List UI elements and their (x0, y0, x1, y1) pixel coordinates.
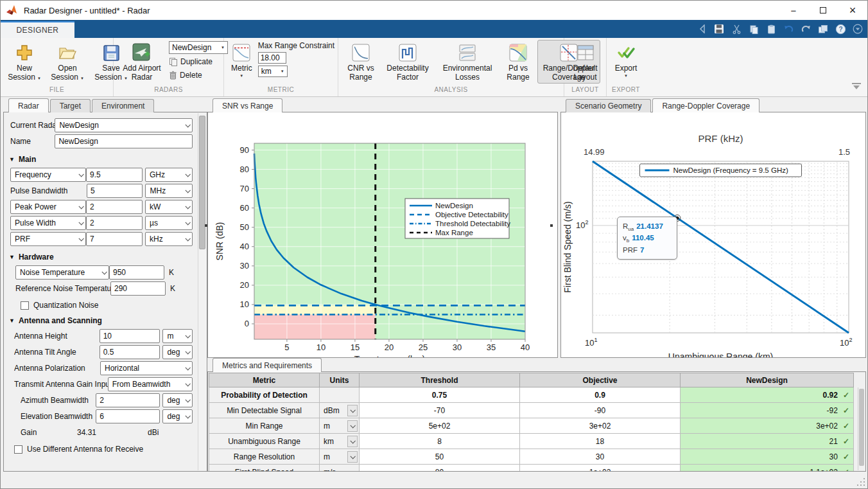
objective-cell[interactable]: 0.9 (520, 387, 681, 403)
field-frequency-input[interactable]: 9.5 (86, 168, 143, 182)
tab-radar[interactable]: Radar (8, 98, 49, 112)
objective-cell[interactable]: 3e+02 (520, 418, 681, 434)
field-prf-unit-combo[interactable]: kHz (145, 232, 193, 246)
left-panel-scrollbar[interactable] (198, 113, 206, 470)
field-noise-temperature-input[interactable]: 950 (109, 265, 164, 280)
collapse-ribbon-icon[interactable] (852, 83, 861, 91)
threshold-cell[interactable]: 50 (360, 449, 520, 465)
duplicate-button[interactable]: Duplicate (169, 56, 228, 67)
field-reference-noise-temperature-input[interactable]: 290 (110, 281, 166, 296)
splitter-handle[interactable] (550, 224, 553, 227)
tab-scenario-geometry[interactable]: Scenario Geometry (566, 99, 651, 112)
field-elevation-beamwidth-unit-combo[interactable]: deg (162, 409, 193, 423)
field-use-different-antenna-for-receive: Use Different Antenna for Receive (14, 445, 193, 454)
section-antenna-and-scanning[interactable]: ▼Antenna and Scanning (9, 316, 193, 325)
qat-dropdown-icon[interactable] (852, 23, 864, 35)
section-hardware[interactable]: ▼Hardware (9, 253, 193, 262)
environmental-losses-button[interactable]: Environmental Losses (436, 40, 499, 84)
detectability-factor-button[interactable]: Detectability Factor (381, 40, 435, 84)
threshold-cell[interactable]: 5e+02 (360, 418, 520, 434)
objective-cell[interactable]: 1e+02 (520, 465, 681, 472)
save-icon[interactable] (713, 23, 725, 35)
metric-button[interactable]: Metric ▼ (228, 40, 256, 79)
tab-environment[interactable]: Environment (92, 99, 154, 112)
open-session-button[interactable]: Open Session (47, 40, 88, 84)
field-antenna-polarization-combo[interactable]: Horizontal (100, 361, 193, 375)
use-different-antenna-for-receive-checkbox[interactable] (14, 445, 22, 454)
units-cell[interactable]: m (320, 418, 360, 434)
field-noise-temperature-selector[interactable]: Noise Temperature (15, 265, 109, 280)
minimize-button[interactable]: − (779, 1, 808, 20)
threshold-cell[interactable]: 80 (360, 465, 520, 472)
field-azimuth-beamwidth-unit-combo[interactable]: deg (162, 393, 193, 407)
windows-icon[interactable] (817, 23, 829, 35)
undo-icon[interactable] (783, 23, 794, 35)
field-antenna-height-input[interactable]: 10 (100, 329, 161, 343)
name-input[interactable]: NewDesign (55, 134, 193, 148)
tab-metrics-and-requirements[interactable]: Metrics and Requirements (213, 358, 322, 372)
tab-target[interactable]: Target (50, 99, 91, 112)
default-layout-icon (575, 42, 596, 63)
field-azimuth-beamwidth-input[interactable]: 2 (96, 393, 160, 407)
threshold-cell[interactable]: 0.75 (360, 387, 520, 403)
units-cell[interactable]: dBm (320, 403, 360, 418)
units-cell[interactable]: km (320, 434, 360, 449)
max-range-unit-combo[interactable]: km▼ (258, 66, 288, 77)
chevron-down-icon (185, 349, 190, 354)
unit-dropdown[interactable] (347, 451, 358, 463)
design-selector-combo[interactable]: NewDesign▼ (169, 41, 228, 54)
export-button[interactable]: Export ▼ (612, 40, 641, 79)
scrollbar-thumb[interactable] (199, 116, 205, 249)
default-layout-button[interactable]: Default Layout (567, 40, 604, 84)
tab-designer[interactable]: DESIGNER (1, 21, 74, 38)
resize-grip-icon[interactable] (857, 478, 865, 486)
field-antenna-height-unit-combo[interactable]: m (162, 329, 193, 343)
help-icon[interactable]: ? (835, 23, 846, 35)
current-radar-combo[interactable]: NewDesign (55, 118, 193, 132)
objective-cell[interactable]: -90 (520, 403, 681, 418)
unit-dropdown[interactable] (347, 420, 358, 432)
objective-cell[interactable]: 30 (520, 449, 681, 465)
unit-dropdown[interactable] (347, 436, 358, 447)
field-pulse-bandwidth-unit-combo[interactable]: MHz (145, 184, 193, 198)
add-airport-radar-button[interactable]: Add Airport Radar (117, 40, 166, 84)
field-antenna-tilt-angle-input[interactable]: 0.5 (100, 345, 161, 359)
objective-cell[interactable]: 18 (520, 434, 681, 449)
quantization-noise-checkbox[interactable] (21, 301, 29, 310)
maximize-button[interactable] (808, 1, 838, 20)
threshold-cell[interactable]: -70 (360, 403, 520, 418)
field-pulse-width-input[interactable]: 2 (86, 216, 143, 230)
field-prf-input[interactable]: 7 (86, 232, 143, 246)
close-button[interactable]: × (838, 1, 867, 20)
range-doppler-chart[interactable]: PRF (kHz)14.991.5101102102Unambiguous Ra… (562, 127, 866, 358)
design-value: 0.92 (823, 391, 838, 400)
cnr-vs-range-button[interactable]: CNR vs Range (342, 40, 379, 84)
tab-snr-vs-range[interactable]: SNR vs Range (213, 98, 282, 112)
new-session-button[interactable]: New Session (4, 40, 44, 84)
field-peak-power-selector[interactable]: Peak Power (10, 200, 86, 214)
field-pulse-width-selector[interactable]: Pulse Width (10, 216, 86, 230)
field-antenna-tilt-angle-unit-combo[interactable]: deg (162, 345, 193, 359)
unit-dropdown[interactable] (347, 405, 358, 416)
scrollbar-thumb[interactable] (859, 389, 864, 466)
section-main[interactable]: ▼Main (9, 155, 193, 164)
units-cell[interactable]: m (320, 449, 360, 465)
field-peak-power-input[interactable]: 2 (86, 200, 143, 214)
threshold-cell[interactable]: 8 (360, 434, 520, 449)
field-frequency-selector[interactable]: Frequency (10, 168, 86, 182)
field-pulse-bandwidth-input[interactable]: 5 (87, 184, 143, 198)
tab-range-doppler-coverage[interactable]: Range-Doppler Coverage (652, 98, 759, 112)
max-range-constraint-input[interactable]: 18.00 (258, 52, 286, 64)
field-transmit-antenna-gain-input-combo[interactable]: From Beamwidth (108, 377, 193, 391)
pd-vs-range-button[interactable]: Pd vs Range (500, 40, 536, 84)
column-header-metric: Metric (209, 373, 320, 387)
field-pulse-width-unit-combo[interactable]: µs (145, 216, 193, 230)
field-frequency-unit-combo[interactable]: GHz (145, 168, 193, 182)
delete-button[interactable]: Delete (169, 69, 228, 81)
qat-overflow-icon[interactable] (696, 23, 707, 35)
field-prf-selector[interactable]: PRF (10, 232, 86, 246)
snr-chart[interactable]: 5101520253035400102030405060708090Target… (209, 127, 558, 358)
metrics-table-scrollbar[interactable] (858, 387, 865, 470)
field-elevation-beamwidth-input[interactable]: 6 (96, 409, 160, 423)
field-peak-power-unit-combo[interactable]: kW (145, 200, 193, 214)
